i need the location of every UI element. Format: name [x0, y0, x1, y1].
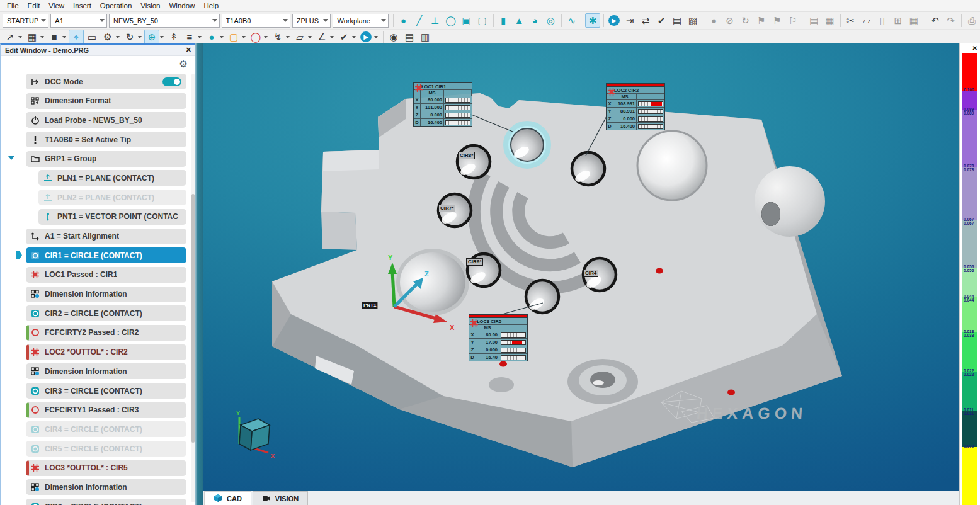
- curve-feature-button[interactable]: ∿: [564, 13, 579, 28]
- sphere-mode-button[interactable]: ●: [204, 30, 225, 44]
- line-feature-button[interactable]: ╱: [412, 13, 427, 28]
- solid-view-icon[interactable]: ■: [47, 30, 62, 44]
- bookmark-button[interactable]: ⚑: [754, 13, 769, 28]
- rotate-view-icon[interactable]: ↻: [122, 30, 137, 44]
- copy-icon[interactable]: ▱: [859, 13, 874, 28]
- continue-icon[interactable]: ↻: [738, 13, 753, 28]
- gear-icon[interactable]: ⚙: [179, 59, 188, 70]
- cone-feature-icon[interactable]: ▲: [511, 13, 527, 28]
- sphere-feature-button[interactable]: ◕: [527, 13, 542, 28]
- comment-icon[interactable]: ▭: [84, 30, 100, 44]
- solid-view-button[interactable]: ■: [47, 30, 68, 44]
- bookmark-insert-icon[interactable]: ⚑: [770, 13, 785, 28]
- dropdown-caret-icon[interactable]: [62, 36, 66, 38]
- stop-button[interactable]: ●: [707, 13, 722, 28]
- paste-special-icon[interactable]: ⊞: [891, 13, 906, 28]
- command-item-cir6[interactable]: CIR6 = CIRCLE (CONTACT): [26, 499, 186, 505]
- dropdown-caret-icon[interactable]: [160, 36, 164, 38]
- command-item-cir2[interactable]: CIR2 = CIRCLE (CONTACT): [26, 305, 186, 321]
- paste-special-button[interactable]: ⊞: [891, 13, 906, 28]
- tab-vision[interactable]: VISION: [253, 491, 308, 505]
- stop-disabled-icon[interactable]: ⊘: [722, 13, 738, 28]
- command-item-loc1[interactable]: LOC1 Passed : CIR1: [26, 267, 186, 283]
- menu-item-help[interactable]: Help: [199, 0, 223, 11]
- comment-button[interactable]: ▭: [84, 30, 100, 44]
- mark-all-icon[interactable]: ▤: [669, 13, 685, 28]
- measurement-strategy-select[interactable]: STARTUP: [3, 14, 48, 28]
- report-list-icon[interactable]: ▤: [806, 13, 821, 28]
- confirm-button[interactable]: ✔: [336, 30, 358, 44]
- wireframe-view-button[interactable]: ▦: [25, 30, 46, 44]
- command-item-dcc[interactable]: DCC Mode: [26, 74, 186, 89]
- print-icon[interactable]: ⎙: [964, 13, 979, 28]
- close-icon[interactable]: ✕: [972, 45, 977, 52]
- bookmark-clear-icon[interactable]: ⚐: [785, 13, 801, 28]
- execute-program-button[interactable]: ▶: [607, 13, 622, 28]
- grid-button[interactable]: ▦: [906, 13, 921, 28]
- menu-item-file[interactable]: File: [3, 0, 23, 11]
- mark-button[interactable]: ✔: [654, 13, 669, 28]
- cylinder-feature-button[interactable]: ▮: [496, 13, 511, 28]
- menu-item-window[interactable]: Window: [164, 0, 199, 11]
- print-button[interactable]: ⎙: [964, 13, 979, 28]
- bookmark-clear-button[interactable]: ⚐: [785, 13, 801, 28]
- circle-mode-icon[interactable]: ◯: [248, 30, 263, 44]
- expand-caret-icon[interactable]: [8, 156, 14, 160]
- clear-marks-icon[interactable]: ▧: [685, 13, 700, 28]
- command-item-loc3[interactable]: LOC3 *OUTTOL* : CIR5: [26, 460, 186, 476]
- window-layout-button[interactable]: ▢: [226, 30, 248, 44]
- copy-button[interactable]: ▱: [859, 13, 874, 28]
- workplane-axis-select[interactable]: ZPLUS: [292, 14, 331, 28]
- dropdown-caret-icon[interactable]: [242, 36, 246, 38]
- curve-feature-icon[interactable]: ∿: [564, 13, 579, 28]
- measure-angle-icon[interactable]: ∠: [314, 30, 329, 44]
- probe-vector-icon[interactable]: ↟: [166, 30, 181, 44]
- execute-from-cursor-button[interactable]: ⇥: [622, 13, 637, 28]
- command-item-fcfcirty2[interactable]: FCFCIRTY2 Passed : CIR2: [26, 325, 186, 341]
- menu-item-operation[interactable]: Operation: [96, 0, 137, 11]
- undo-icon[interactable]: ↶: [927, 13, 942, 28]
- command-item-dimension[interactable]: Dimension Information: [26, 363, 186, 379]
- alignment-select[interactable]: A1: [50, 14, 107, 28]
- probe-vector-button[interactable]: ↟: [166, 30, 181, 44]
- menu-item-insert[interactable]: Insert: [69, 0, 96, 11]
- command-item-pnt1[interactable]: PNT1 = VECTOR POINT (CONTAC: [38, 209, 186, 225]
- paste-button[interactable]: ▯: [875, 13, 890, 28]
- menu-item-vision[interactable]: Vision: [136, 0, 164, 11]
- auto-feature-icon[interactable]: ✱: [585, 13, 600, 28]
- sphere-feature-icon[interactable]: ◕: [527, 13, 542, 28]
- pan-mode-button[interactable]: ⌖: [69, 30, 84, 44]
- feature-list-icon[interactable]: ≡: [182, 30, 197, 44]
- clear-marks-button[interactable]: ▧: [685, 13, 700, 28]
- plane-feature-button[interactable]: ⊥: [428, 13, 443, 28]
- circle-feature-button[interactable]: ◯: [443, 13, 459, 28]
- graph-analysis-button[interactable]: ↯: [270, 30, 292, 44]
- dropdown-caret-icon[interactable]: [40, 36, 44, 38]
- bookmark-insert-button[interactable]: ⚑: [770, 13, 785, 28]
- grid-icon[interactable]: ▦: [906, 13, 921, 28]
- tip-select[interactable]: T1A0B0: [222, 14, 290, 28]
- continue-button[interactable]: ↻: [738, 13, 753, 28]
- command-item-dimension[interactable]: Dimension Format: [26, 93, 186, 109]
- dropdown-caret-icon[interactable]: [374, 36, 378, 38]
- torus-feature-icon[interactable]: ◎: [543, 13, 558, 28]
- command-item-load[interactable]: Load Probe - NEW5_BY_50: [26, 112, 186, 128]
- torus-feature-button[interactable]: ◎: [543, 13, 558, 28]
- point-feature-button[interactable]: ●: [396, 13, 411, 28]
- cut-icon[interactable]: ✂: [843, 13, 858, 28]
- snapshot-button[interactable]: ◉: [386, 30, 401, 44]
- workplane-select[interactable]: Workplane: [333, 14, 388, 28]
- execute-from-cursor-icon[interactable]: ⇥: [622, 13, 637, 28]
- execute-mode-button[interactable]: ▶: [358, 30, 380, 44]
- dropdown-caret-icon[interactable]: [220, 36, 224, 38]
- command-item-fcfcirty1[interactable]: FCFCIRTY1 Passed : CIR3: [26, 402, 186, 418]
- execute-program-icon[interactable]: ▶: [607, 13, 622, 28]
- rectangle-feature-icon[interactable]: ▢: [475, 13, 490, 28]
- command-item-pln2[interactable]: PLN2 = PLANE (CONTACT): [38, 190, 186, 205]
- snapshot-icon[interactable]: ◉: [386, 30, 401, 44]
- command-item-cir1[interactable]: CIR1 = CIRCLE (CONTACT): [26, 247, 186, 263]
- command-item-pln1[interactable]: PLN1 = PLANE (CONTACT): [38, 170, 186, 186]
- command-item-grp1[interactable]: GRP1 = Group: [26, 151, 186, 167]
- command-item-dimension[interactable]: Dimension Information: [26, 287, 186, 302]
- dropdown-caret-icon[interactable]: [264, 36, 268, 38]
